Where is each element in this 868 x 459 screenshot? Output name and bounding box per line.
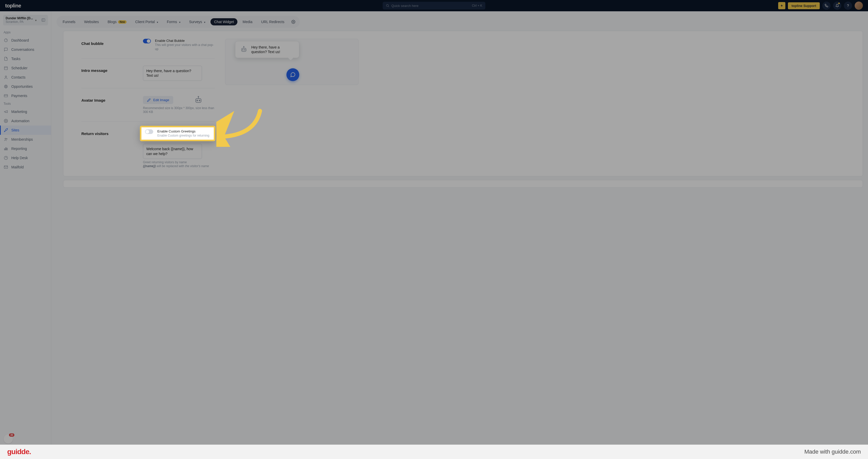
search-placeholder: Quick search here	[392, 4, 418, 8]
avatar-bot-icon	[194, 95, 203, 105]
rocket-icon	[4, 128, 8, 132]
sidebar-item-marketing[interactable]: Marketing	[0, 107, 51, 116]
user-icon	[4, 75, 8, 80]
tab-funnels[interactable]: Funnels	[59, 18, 79, 25]
edit-image-button[interactable]: Edit Image	[143, 96, 173, 104]
sidebar-item-scheduler[interactable]: Scheduler	[0, 63, 51, 73]
svg-point-13	[5, 120, 6, 121]
next-card	[63, 180, 863, 188]
custom-greetings-toggle-highlight[interactable]	[145, 129, 153, 134]
svg-rect-16	[4, 149, 5, 150]
bar-icon	[4, 146, 8, 151]
return-visitors-label: Return visitors	[81, 129, 143, 136]
chevron-down-icon	[35, 18, 37, 22]
highlight-callout: Enable Custom Greetings Enable Custom gr…	[140, 126, 215, 142]
search-input[interactable]: Quick search here Ctrl + K	[383, 2, 485, 9]
tab-forms[interactable]: Forms	[163, 18, 184, 25]
tab-url-redirects[interactable]: URL Redirects	[257, 18, 288, 25]
gear-icon	[4, 119, 8, 123]
help-icon	[4, 156, 8, 160]
svg-rect-17	[6, 148, 6, 150]
caret-icon	[179, 20, 180, 24]
svg-rect-5	[4, 66, 7, 69]
tab-blogs[interactable]: BlogsNew	[104, 18, 130, 25]
svg-point-0	[386, 4, 388, 6]
sidebar-item-tasks[interactable]: Tasks	[0, 54, 51, 63]
sidebar-item-help-desk[interactable]: Help Desk	[0, 153, 51, 162]
avatar-label: Avatar Image	[81, 95, 143, 102]
user-avatar[interactable]	[855, 2, 863, 10]
svg-point-32	[198, 96, 199, 97]
tab-client-portal[interactable]: Client Portal	[132, 18, 162, 25]
sidebar-item-reporting[interactable]: Reporting	[0, 144, 51, 153]
tab-surveys[interactable]: Surveys	[186, 18, 209, 25]
workspace-location: Scranton, PA	[6, 20, 33, 24]
svg-point-24	[243, 50, 243, 50]
chat-bubble-toggle[interactable]	[143, 39, 151, 43]
svg-line-1	[388, 6, 389, 7]
brand-logo: topline	[5, 3, 21, 9]
sidebar: Dunder Mifflin [D... Scranton, PA Apps D…	[0, 11, 51, 445]
return-greeting-input[interactable]: Welcome back {{name}}, how can we help?	[143, 144, 202, 159]
chat-icon	[4, 47, 8, 52]
sidebar-item-contacts[interactable]: Contacts	[0, 73, 51, 82]
preview-bubble: Hey there, have a question? Text us!	[235, 41, 299, 58]
svg-point-22	[293, 21, 294, 22]
record-badge[interactable]	[4, 434, 13, 443]
search-icon	[386, 4, 389, 7]
svg-point-10	[6, 86, 6, 87]
workspace-switcher[interactable]: Dunder Mifflin [D... Scranton, PA	[3, 15, 48, 25]
sidebar-item-dashboard[interactable]: Dashboard	[0, 36, 51, 45]
apps-section-label: Apps	[0, 29, 51, 36]
mega-icon	[4, 110, 8, 114]
intro-message-input[interactable]: Hey there, have a question? Text us!	[143, 66, 202, 81]
tab-websites[interactable]: Websites	[81, 18, 102, 25]
users-icon	[4, 137, 8, 142]
new-badge: New	[118, 20, 127, 24]
bolt-button[interactable]	[778, 2, 785, 9]
svg-point-7	[5, 76, 6, 77]
intro-label: Intro message	[81, 66, 143, 73]
bot-icon	[240, 46, 248, 53]
chat-bubble-toggle-desc: This will greet your visitors with a cha…	[155, 43, 215, 51]
notification-dot	[838, 3, 840, 4]
tab-media[interactable]: Media	[239, 18, 256, 25]
sidebar-item-mailfold[interactable]: Mailfold	[0, 162, 51, 172]
caret-icon	[156, 20, 158, 24]
topbar: topline Quick search here Ctrl + K topli…	[0, 0, 868, 11]
phone-button[interactable]	[822, 2, 831, 10]
help-button[interactable]: ?	[844, 2, 852, 10]
sidebar-item-conversations[interactable]: Conversations	[0, 45, 51, 54]
preview-message: Hey there, have a question? Text us!	[251, 45, 294, 54]
support-button[interactable]: topline Support	[788, 2, 820, 9]
panel-icon[interactable]	[41, 18, 45, 22]
doc-icon	[4, 57, 8, 61]
tab-chat-widget[interactable]: Chat Widget	[211, 18, 238, 25]
gauge-icon	[4, 38, 8, 42]
target-icon	[4, 84, 8, 89]
sidebar-item-memberships[interactable]: Memberships	[0, 135, 51, 144]
sidebar-item-sites[interactable]: Sites	[0, 125, 51, 135]
tab-settings-gear[interactable]	[289, 18, 297, 26]
return-hint: Greet returning visitors by name {{name}…	[143, 160, 215, 169]
notifications-button[interactable]	[833, 2, 841, 10]
edit-icon	[147, 98, 151, 102]
avatar-hint: Recommended size is 300px * 300px, size …	[143, 106, 215, 114]
svg-point-27	[244, 47, 244, 47]
sidebar-item-automation[interactable]: Automation	[0, 116, 51, 125]
main-content: FunnelsWebsitesBlogsNewClient PortalForm…	[51, 11, 868, 445]
sidebar-item-opportunities[interactable]: Opportunities	[0, 82, 51, 91]
svg-rect-11	[4, 94, 7, 97]
chat-preview: Hey there, have a question? Text us!	[225, 39, 359, 85]
svg-rect-2	[42, 19, 45, 22]
caret-icon	[204, 20, 205, 24]
chat-fab[interactable]	[286, 68, 299, 81]
chat-bubble-label: Chat bubble	[81, 39, 143, 46]
card-icon	[4, 93, 8, 98]
svg-rect-18	[7, 148, 7, 150]
sidebar-item-payments[interactable]: Payments	[0, 91, 51, 100]
svg-point-29	[197, 100, 198, 101]
mail-icon	[4, 165, 8, 170]
svg-point-15	[6, 139, 7, 139]
settings-card: Chat bubble Enable Chat Bubble This will…	[63, 31, 863, 176]
